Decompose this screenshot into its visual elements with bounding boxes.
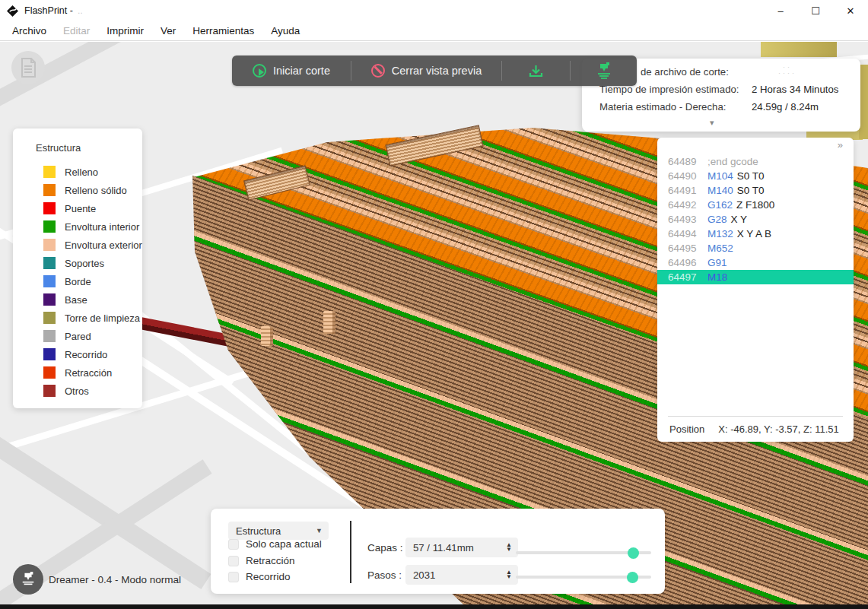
cut-file-label: de archivo de corte: (641, 66, 729, 78)
menu-bar: Archivo Editar Imprimir Ver Herramientas… (0, 21, 868, 41)
legend-item-label: Torre de limpieza (65, 312, 140, 324)
position-label: Position (669, 423, 704, 435)
gcode-line[interactable]: 64492G162Z F1800 (657, 198, 854, 212)
checkbox-current-layer[interactable] (228, 539, 239, 550)
viewport-3d[interactable]: de archivo de corte: ·· ···· Tiempo de i… (0, 42, 868, 609)
printer-status-button[interactable] (13, 564, 43, 595)
close-preview-button[interactable]: Cerrar vista previa (351, 56, 501, 86)
build-plate-edge (0, 604, 868, 609)
flashprint-window: FlashPrint - ‥ – ☐ ✕ Archivo Editar Impr… (0, 0, 868, 609)
gcode-line[interactable]: 64489;end gcode (657, 154, 854, 169)
legend-item: Pared (13, 327, 142, 345)
title-bar: FlashPrint - ‥ – ☐ ✕ (0, 0, 868, 21)
close-preview-label: Cerrar vista previa (392, 65, 482, 77)
gcode-command: M18 (707, 271, 727, 283)
expand-panel-icon[interactable]: » (838, 139, 843, 151)
gcode-line[interactable]: 64493G28X Y (657, 212, 854, 227)
window-title: FlashPrint - (24, 5, 73, 16)
layers-spinner[interactable]: 57 / 11.41mm ▲▼ (405, 538, 518, 557)
legend-color-swatch (43, 275, 56, 287)
legend-title: Estructura (36, 142, 81, 154)
print-time-value: 2 Horas 34 Minutos (752, 84, 838, 95)
gcode-line-number: 64496 (668, 257, 701, 268)
legend-item-label: Puente (65, 203, 96, 214)
collapse-panel-icon[interactable]: ▾ (710, 118, 714, 128)
gcode-args: X Y (731, 214, 748, 225)
legend-item-label: Pared (65, 331, 91, 342)
steps-slider-knob[interactable] (627, 572, 638, 583)
steps-value: 2031 (413, 569, 435, 581)
gcode-line[interactable]: 64494M132X Y A B (657, 227, 854, 241)
printer-icon (20, 572, 37, 587)
gcode-line-number: 64493 (668, 214, 701, 225)
layers-slider-knob[interactable] (628, 547, 639, 559)
legend-item-label: Soportes (65, 258, 104, 269)
gcode-line[interactable]: 64490M104S0 T0 (657, 169, 854, 183)
legend-color-swatch (43, 220, 56, 233)
legend-color-swatch (43, 293, 56, 306)
menu-herramientas[interactable]: Herramientas (184, 25, 262, 36)
gcode-args: Z F1800 (736, 199, 774, 211)
legend-item: Recorrido (13, 345, 142, 363)
save-gcode-button[interactable] (502, 56, 570, 86)
close-button[interactable]: ✕ (833, 0, 868, 21)
gcode-line-number: 64497 (668, 271, 701, 283)
menu-ayuda[interactable]: Ayuda (262, 25, 308, 36)
legend-item-label: Relleno (65, 167, 98, 178)
legend-item: Relleno sólido (13, 181, 142, 199)
menu-imprimir[interactable]: Imprimir (98, 25, 152, 36)
material-value: 24.59g / 8.24m (752, 101, 819, 113)
gcode-command: G162 (707, 199, 733, 211)
legend-color-swatch (43, 385, 56, 397)
checkbox-retraction[interactable] (228, 556, 239, 566)
checkbox-row-travel[interactable]: Recorrido (228, 571, 291, 582)
gcode-comment: ;end gcode (707, 156, 758, 167)
gcode-line[interactable]: 64491M140S0 T0 (657, 183, 854, 198)
checkbox-row-retraction[interactable]: Retracción (228, 555, 295, 566)
legend-item-label: Retracción (65, 367, 112, 379)
structure-legend-panel: Estructura RellenoRelleno sólidoPuenteEn… (13, 128, 142, 408)
preview-toolbar: Iniciar corte Cerrar vista previa (232, 56, 637, 86)
legend-item-label: Borde (65, 276, 91, 287)
spinner-arrows-icon[interactable]: ▲▼ (506, 570, 512, 579)
menu-editar: Editar (55, 25, 98, 36)
checkbox-travel[interactable] (228, 572, 239, 582)
legend-item-label: Envoltura exterior (65, 239, 142, 251)
spinner-arrows-icon[interactable]: ▲▼ (506, 543, 512, 552)
support-stack (261, 326, 273, 346)
support-stack (323, 311, 335, 334)
legend-color-swatch (43, 348, 56, 360)
checkbox-row-current-layer[interactable]: Solo capa actual (228, 538, 322, 550)
gcode-command: M104 (707, 170, 733, 182)
menu-ver[interactable]: Ver (152, 25, 184, 36)
start-cut-button[interactable]: Iniciar corte (232, 56, 351, 86)
document-icon (20, 58, 37, 78)
gcode-line-number: 64489 (668, 156, 701, 167)
layers-value: 57 / 11.41mm (413, 542, 474, 553)
gcode-command: M132 (707, 228, 733, 239)
gcode-line[interactable]: 64496G91 (657, 255, 854, 270)
gcode-command: G91 (707, 257, 727, 268)
legend-item: Soportes (13, 254, 142, 272)
minimize-button[interactable]: – (763, 0, 798, 21)
view-mode-value: Estructura (236, 525, 281, 537)
legend-item: Otros (13, 382, 142, 400)
view-mode-dropdown[interactable]: Estructura ▼ (228, 522, 329, 540)
send-to-printer-button[interactable] (571, 56, 637, 86)
menu-archivo[interactable]: Archivo (4, 25, 55, 36)
gcode-line[interactable]: 64495M652 (657, 241, 854, 255)
legend-items: RellenoRelleno sólidoPuenteEnvoltura int… (13, 163, 142, 400)
legend-item-label: Envoltura interior (65, 221, 139, 233)
legend-item: Envoltura exterior (13, 236, 142, 254)
playback-control-panel: Estructura ▼ Solo capa actual Retracción… (211, 509, 665, 594)
gcode-line[interactable]: 64497M18 (657, 270, 854, 284)
legend-item-label: Relleno sólido (65, 185, 127, 196)
maximize-button[interactable]: ☐ (798, 0, 833, 21)
gcode-command: M652 (707, 243, 733, 254)
position-value: X: -46.89, Y: -3.57, Z: 11.51 (718, 423, 839, 435)
legend-item: Relleno (13, 163, 142, 181)
steps-spinner[interactable]: 2031 ▲▼ (405, 565, 518, 585)
layers-label: Capas : (367, 542, 403, 553)
steps-label: Pasos : (367, 569, 402, 581)
legend-color-swatch (43, 166, 56, 178)
